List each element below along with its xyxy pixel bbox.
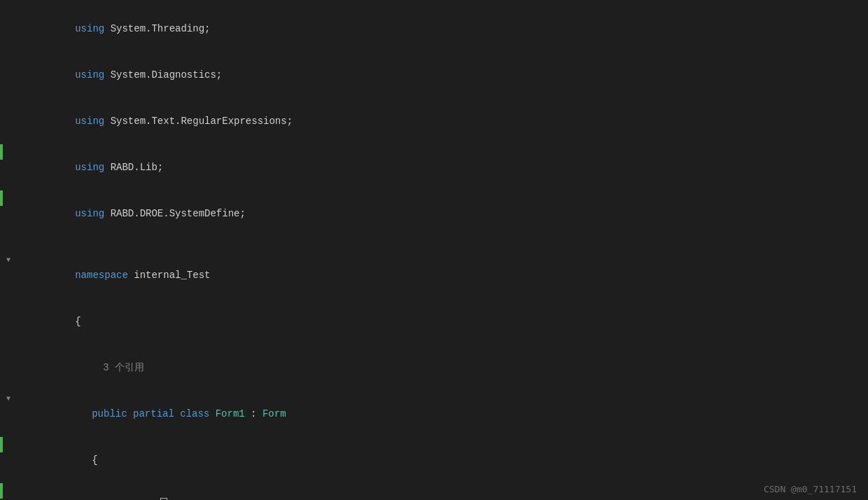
code-text: [174, 408, 180, 419]
watermark: CSDN @m0_71117151: [764, 484, 857, 494]
line-indicator: [0, 345, 3, 360]
line-indicator-green: [0, 483, 3, 499]
line-indicator-green: [0, 190, 3, 206]
code-text: RABD.DROE.SystemDefine;: [104, 208, 246, 219]
keyword-using: using: [75, 116, 104, 127]
line-indicator: [0, 237, 3, 252]
code-content: using System.Threading; using System.Dia…: [0, 0, 868, 500]
line-indicator-green: [0, 437, 3, 452]
code-line: ▼ public partial class Form1 : Form: [0, 391, 868, 437]
keyword-partial: partial: [133, 408, 174, 419]
code-line: using System.Diagnostics;: [0, 52, 868, 98]
line-content: using System.Text.RegularExpressions;: [25, 98, 868, 144]
code-line: ▼ namespace internal_Test: [0, 252, 868, 298]
line-indicator-green: [0, 144, 3, 160]
line-content: {: [25, 298, 868, 345]
keyword-public: public: [92, 408, 127, 419]
line-content: namespace internal_Test: [25, 252, 868, 298]
keyword-using: using: [75, 69, 104, 81]
code-line: [0, 237, 868, 252]
code-text: {: [92, 454, 97, 466]
base-class-name: Form: [262, 408, 286, 419]
code-editor: using System.Threading; using System.Dia…: [0, 0, 868, 500]
code-text: System.Threading;: [104, 23, 210, 34]
keyword-class: class: [180, 408, 209, 419]
line-content: {: [25, 437, 868, 483]
code-text: [127, 408, 133, 419]
line-content: [25, 237, 868, 252]
code-text: System.Diagnostics;: [104, 69, 222, 81]
code-text: :: [245, 408, 262, 419]
keyword-using: using: [75, 162, 104, 173]
collapse-button[interactable]: ▼: [3, 391, 14, 406]
class-name: Form1: [216, 408, 245, 419]
reference-count: 3 个引用: [103, 362, 144, 373]
code-line: Robot d = null;: [0, 483, 868, 500]
collapse-button[interactable]: ▼: [3, 252, 14, 268]
line-content: 3 个引用: [25, 345, 868, 391]
line-content: public partial class Form1 : Form: [25, 391, 868, 437]
code-text: internal_Test: [128, 270, 211, 281]
line-indicator: [0, 298, 3, 314]
code-line: using System.Threading;: [0, 6, 868, 52]
line-content: using RABD.Lib;: [25, 144, 868, 190]
line-indicator: [0, 98, 3, 113]
line-content: using System.Threading;: [25, 6, 868, 52]
line-content: Robot d = null;: [25, 483, 868, 500]
keyword-using: using: [75, 23, 104, 34]
keyword-using: using: [75, 208, 104, 219]
line-indicator: [0, 6, 3, 21]
code-line: using System.Text.RegularExpressions;: [0, 98, 868, 144]
code-line: {: [0, 298, 868, 345]
code-line: using RABD.Lib;: [0, 144, 868, 190]
code-text: {: [75, 316, 80, 327]
line-content: using System.Diagnostics;: [25, 52, 868, 98]
keyword-namespace: namespace: [75, 270, 128, 281]
code-line: 3 个引用: [0, 345, 868, 391]
line-indicator: [0, 52, 3, 67]
line-content: using RABD.DROE.SystemDefine;: [25, 190, 868, 237]
code-text: [209, 408, 215, 419]
code-text: System.Text.RegularExpressions;: [104, 116, 293, 127]
code-line: using RABD.DROE.SystemDefine;: [0, 190, 868, 237]
code-text: RABD.Lib;: [104, 162, 163, 173]
code-line: {: [0, 437, 868, 483]
